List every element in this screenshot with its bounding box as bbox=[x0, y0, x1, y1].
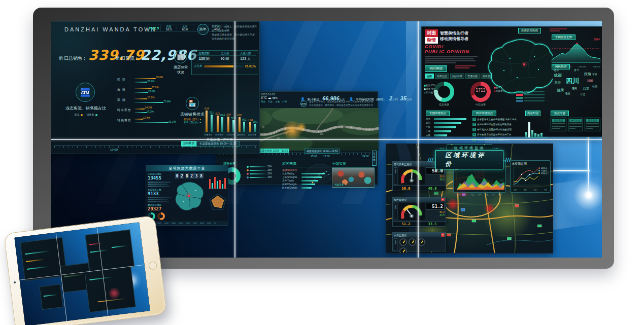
tablet-device[interactable] bbox=[4, 215, 167, 325]
tab-similar[interactable]: 同类信息 bbox=[435, 74, 449, 79]
peak-period-title: 高发时段 bbox=[525, 111, 540, 116]
mix-row: 民 宿 35.6% 22.2% bbox=[117, 77, 177, 85]
hotel-title: 酒店经营状况 bbox=[172, 65, 189, 75]
hot-word[interactable]: 春节 bbox=[574, 68, 579, 71]
brand-mark: 封面舆情 bbox=[425, 29, 438, 44]
hot-word[interactable]: 成都 bbox=[554, 73, 562, 78]
water-x-labels: 1月3月5月7月 bbox=[512, 189, 549, 191]
hot-list-item[interactable]: 4多地有序启动疫苗加强针接种工作 bbox=[472, 133, 522, 136]
hot-word[interactable]: 口罩 bbox=[583, 87, 589, 91]
hotel-col: 已入住 bbox=[215, 52, 235, 55]
hot-word[interactable]: 学校 bbox=[592, 73, 597, 76]
occupancy-value: 76.01% bbox=[245, 64, 256, 68]
visitor-origin-block: 游客来源 来源城市排名 北京/Beijing 上海/Shanghai 天津/Ti… bbox=[282, 161, 329, 190]
gauge-slider[interactable] bbox=[394, 203, 397, 220]
origin-title: 游客来源 bbox=[282, 161, 329, 167]
close-icon[interactable]: × bbox=[441, 233, 445, 237]
gauge-dial bbox=[398, 203, 425, 220]
tablet-mini-environment bbox=[85, 266, 136, 313]
atm-icon: 🏧 bbox=[76, 83, 95, 102]
hotel-table: 总客房数 已入住 入住人数 150 间 96 间 123 人 入住率 bbox=[191, 50, 258, 75]
shop-rank-title: 店铺销售排名 bbox=[177, 112, 208, 117]
tab-all[interactable]: 全部 bbox=[425, 74, 434, 79]
dashboard-bigdata: 全域旅游大数据平台 今日接待游客13455 在园游客人数9133 累计接待游客2… bbox=[146, 165, 228, 226]
temp-row: 6°C ☁ 65% bbox=[261, 96, 298, 100]
hotel-val: 96 间 bbox=[215, 55, 235, 62]
tab-category[interactable]: 知识种类 bbox=[450, 74, 464, 79]
water-legend: 监测点一 监测点二 监测点三 bbox=[538, 167, 549, 174]
word-cloud: 四川 成都 疫情 防控 核酸 健康 隔离 口罩 返乡 春节 检测 通报 出行 学… bbox=[552, 65, 600, 103]
close-icon[interactable]: × bbox=[441, 198, 445, 201]
timeline-tick-label: 24:00 bbox=[362, 155, 369, 158]
hot-bar-row: 四川 bbox=[426, 122, 469, 124]
topic-card[interactable]: 疫情通报 bbox=[551, 118, 566, 131]
hot-word[interactable]: 防控 bbox=[555, 81, 561, 85]
scene-title: 小镇实景 bbox=[332, 161, 377, 166]
mini-dial bbox=[399, 247, 407, 254]
origin-row: 天津/Tianjin bbox=[282, 179, 329, 182]
notice-text: 苗寨年三十晚上，全寨都会欢聚守岁过年，可在跨年夜许愿祈福共庆丹寨新年，燃放烟花，… bbox=[309, 100, 373, 107]
legend-flow: 客流 bbox=[75, 113, 83, 116]
hot-word[interactable]: 隔离 bbox=[572, 87, 577, 90]
hot-word[interactable]: 核酸 bbox=[587, 79, 593, 83]
tablet-screen[interactable] bbox=[14, 222, 150, 325]
trend-title: 全网信息走势 bbox=[552, 34, 575, 40]
hot-bar-row: 广东 bbox=[426, 126, 469, 128]
sichuan-opinion-button[interactable]: 四川舆情 bbox=[425, 65, 447, 72]
visitor-counter: 028238 bbox=[173, 173, 206, 178]
gauge-slider[interactable] bbox=[394, 167, 397, 185]
hot-word[interactable]: 健康 bbox=[557, 88, 564, 93]
sichuan-hot-title: 四川舆情热点 bbox=[472, 111, 496, 116]
origin-row: 北京/Beijing bbox=[282, 172, 329, 175]
dashboard-danzhai: DANZHAI WANDA TOWN PM2.5 丹寨18.5 北京60.0 上… bbox=[51, 21, 260, 154]
hot-word[interactable]: 检测 bbox=[592, 85, 597, 88]
tooltip-text: 长桌宴巡游演出 10:00—11:30 bbox=[196, 141, 240, 147]
festival-notice: 苗家年三十的晚上，全家都会在家欢聚年饭，守岁到午夜 燃放烟花接龙迎新，在火塘边烤… bbox=[212, 24, 259, 41]
peak-period-block: 高发时段 bbox=[525, 107, 548, 138]
shop-bar-group: 4.24 75.1 丹寨酒店 bbox=[205, 107, 214, 132]
map-legend-rows bbox=[516, 91, 545, 103]
pm25-city: 北京60.0 bbox=[177, 25, 193, 31]
weather-block: 2022-01-01 6°C ☁ 65% 丹寨北京上海广州 bbox=[261, 93, 298, 103]
hot-list-item[interactable]: 3春运返乡人员需持48小时核酸证明 bbox=[472, 128, 522, 131]
section-note-lines bbox=[455, 65, 476, 69]
brand-slogan: 智慧舆情先行者移动舆情领导者 bbox=[440, 29, 468, 44]
tab-topic[interactable]: 普通话题 bbox=[465, 74, 480, 79]
shop-legend-sales: 销售额（万元）● bbox=[184, 118, 201, 121]
period-bar-chart bbox=[525, 120, 548, 138]
mini-dial bbox=[418, 238, 425, 246]
mini-dial bbox=[409, 238, 416, 246]
mini-table bbox=[148, 182, 171, 187]
scene-photo[interactable]: 现场直播 bbox=[332, 167, 375, 188]
hot-word[interactable]: 出行 bbox=[580, 93, 585, 96]
festival-logo: 跨年 bbox=[197, 24, 209, 35]
dials-slider[interactable] bbox=[394, 238, 397, 250]
hot-word[interactable]: 疫情 bbox=[584, 71, 591, 77]
shop-icon: 🏪 bbox=[186, 97, 199, 110]
activity-timeline[interactable]: 10:00 活动数据 长桌宴巡游演出 10:00—11:30 bbox=[54, 146, 257, 153]
profile-legend: 32% 28% 22% 18% bbox=[246, 165, 272, 179]
hot-word[interactable]: 返乡 bbox=[554, 68, 559, 71]
hot-list-item[interactable]: 1全省新增本土确诊病例通报 涉多个地市 bbox=[472, 118, 522, 121]
occupancy-label: 入住率 bbox=[194, 64, 202, 68]
orange-donut bbox=[157, 212, 165, 220]
festival-note: 跨年 苗寨年三十晚上，全寨都会欢聚守岁过年，可在跨年夜许愿祈福共庆丹寨新年，燃放… bbox=[300, 100, 377, 107]
tablet-mini-bigdata bbox=[40, 284, 63, 310]
hot-bar-row: 云南 bbox=[426, 134, 469, 136]
epidemic-badge-button[interactable]: 疫情防控舆情 bbox=[518, 28, 541, 33]
topic-card[interactable]: 开学安排 bbox=[585, 118, 600, 131]
topics-title: 热点专题 bbox=[551, 111, 569, 116]
bigdata-center-column: 028238 bbox=[173, 173, 206, 216]
hot-word[interactable]: 通报 bbox=[565, 92, 570, 95]
hot-list-item[interactable]: 2成都市调整部分区域疫情风险等级 bbox=[472, 123, 522, 126]
hotel-val: 150 间 bbox=[194, 55, 215, 62]
origin-row: 上海/Shanghai bbox=[282, 176, 329, 178]
town-bottom-row: 游客画像 32% 28% 22% 18% bbox=[216, 160, 379, 186]
topic-card[interactable]: 春运出行 bbox=[568, 118, 584, 131]
hotel-status-block: 🏢 酒店经营状况 总客房数 已入住 入住人数 150 间 96 间 123 人 bbox=[172, 50, 258, 75]
origin-row: 黔东南/Qiandn bbox=[282, 187, 329, 189]
bigdata-right-column bbox=[208, 173, 227, 214]
intro-text-lines bbox=[425, 56, 478, 64]
hot-word[interactable]: 四川 bbox=[566, 77, 579, 86]
mix-row: 非 遗 25.2% 22.8% bbox=[117, 87, 177, 95]
